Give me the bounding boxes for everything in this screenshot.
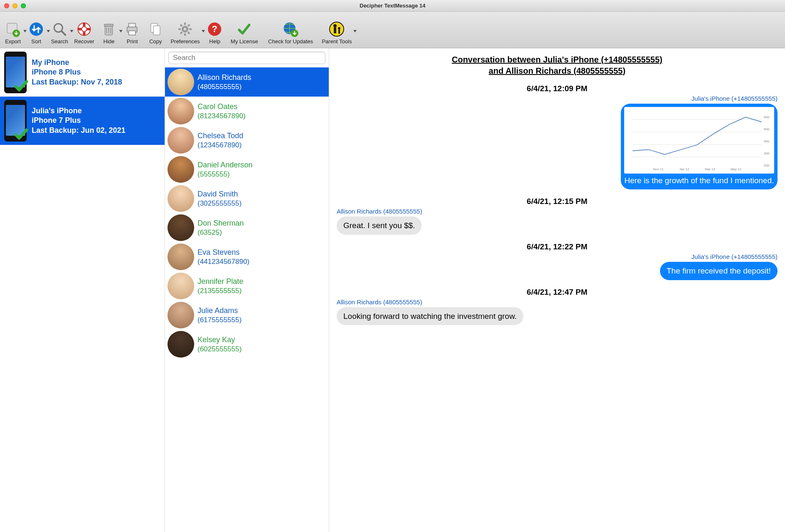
close-window-button[interactable] bbox=[4, 3, 9, 8]
svg-rect-13 bbox=[129, 23, 135, 27]
svg-line-4 bbox=[62, 31, 65, 35]
contact-name: Don Sherman bbox=[198, 219, 244, 228]
contact-name: Julie Adams bbox=[198, 306, 242, 315]
svg-text:200: 200 bbox=[764, 164, 770, 167]
contact-item[interactable]: Kelsey Kay (6025555555) bbox=[165, 330, 329, 359]
license-label: My License bbox=[231, 38, 258, 45]
updates-button[interactable]: Check for Updates bbox=[263, 20, 318, 45]
contact-name: Jennifer Plate bbox=[198, 277, 243, 286]
svg-point-26 bbox=[184, 28, 186, 30]
device-info: My iPhone iPhone 8 Plus Last Backup: Nov… bbox=[32, 58, 122, 87]
contact-item[interactable]: Carol Oates (81234567890) bbox=[165, 97, 329, 126]
contact-item[interactable]: Don Sherman (63525) bbox=[165, 213, 329, 242]
hide-label: Hide bbox=[103, 38, 115, 45]
contact-item[interactable]: Julie Adams (6175555555) bbox=[165, 301, 329, 330]
message-bubble-sent[interactable]: The firm received the deposit! bbox=[660, 262, 778, 280]
contact-name: Chelsea Todd bbox=[198, 132, 243, 140]
export-button[interactable]: Export bbox=[2, 20, 23, 45]
contact-search-input[interactable] bbox=[168, 52, 325, 64]
export-icon bbox=[5, 21, 21, 37]
message-caption: Here is the growth of the fund I mention… bbox=[624, 176, 774, 185]
contact-item[interactable]: Eva Stevens (441234567890) bbox=[165, 242, 329, 271]
avatar bbox=[168, 156, 194, 183]
help-icon: ? bbox=[206, 21, 223, 37]
conversation-title: Conversation between Julia's iPhone (+14… bbox=[337, 54, 778, 77]
parent-tools-button[interactable]: Parent Tools bbox=[320, 20, 353, 45]
zoom-window-button[interactable] bbox=[21, 3, 26, 8]
device-model: iPhone 7 Plus bbox=[32, 116, 125, 125]
contact-item[interactable]: Allison Richards (4805555555) bbox=[165, 67, 329, 97]
svg-rect-36 bbox=[624, 107, 774, 174]
message-bubble-image[interactable]: 200300400500600 Nov 11Jan 12Mar 12May 12… bbox=[621, 104, 778, 189]
contact-list: Allison Richards (4805555555) Carol Oate… bbox=[165, 67, 329, 359]
help-button[interactable]: ? Help bbox=[204, 20, 225, 45]
printer-icon bbox=[124, 21, 140, 37]
avatar bbox=[168, 331, 194, 358]
contact-item[interactable]: David Smith (3025555555) bbox=[165, 184, 329, 213]
print-button[interactable]: Print bbox=[122, 20, 142, 45]
device-item-my-iphone[interactable]: My iPhone iPhone 8 Plus Last Backup: Nov… bbox=[0, 48, 165, 97]
trash-icon bbox=[100, 21, 117, 37]
svg-rect-33 bbox=[334, 27, 336, 33]
contact-name: Eva Stevens bbox=[198, 248, 250, 257]
svg-text:400: 400 bbox=[764, 139, 770, 143]
sort-label: Sort bbox=[31, 38, 41, 45]
contact-item[interactable]: Jennifer Plate (2135555555) bbox=[165, 271, 329, 301]
svg-text:600: 600 bbox=[764, 115, 770, 119]
contact-phone: (2135555555) bbox=[198, 287, 243, 295]
message-sender: Julia's iPhone (+14805555555) bbox=[337, 95, 778, 102]
message-sender: Julia's iPhone (+14805555555) bbox=[337, 253, 778, 260]
svg-text:Nov 11: Nov 11 bbox=[653, 167, 664, 171]
device-model: iPhone 8 Plus bbox=[32, 67, 122, 77]
svg-text:Mar 12: Mar 12 bbox=[705, 167, 715, 171]
svg-line-23 bbox=[188, 32, 190, 34]
contact-item[interactable]: Daniel Anderson (5555555) bbox=[165, 155, 329, 184]
contact-panel: Allison Richards (4805555555) Carol Oate… bbox=[165, 48, 329, 532]
svg-rect-8 bbox=[104, 24, 113, 26]
timestamp: 6/4/21, 12:47 PM bbox=[337, 288, 778, 297]
sort-button[interactable]: Sort bbox=[26, 20, 47, 45]
svg-text:May 12: May 12 bbox=[730, 167, 742, 171]
globe-download-icon bbox=[282, 21, 299, 37]
contact-phone: (6025555555) bbox=[198, 345, 242, 353]
print-label: Print bbox=[127, 38, 138, 45]
contact-phone: (4805555555) bbox=[198, 83, 251, 91]
phone-icon bbox=[4, 100, 27, 142]
contact-phone: (81234567890) bbox=[198, 112, 245, 120]
svg-rect-35 bbox=[338, 30, 340, 34]
contact-item[interactable]: Chelsea Todd (1234567890) bbox=[165, 126, 329, 155]
preferences-button[interactable]: Preferences bbox=[168, 20, 202, 45]
contact-name: Daniel Anderson bbox=[198, 161, 252, 169]
message-sender: Allison Richards (4805555555) bbox=[337, 208, 778, 215]
contact-phone: (1234567890) bbox=[198, 141, 243, 149]
license-button[interactable]: My License bbox=[228, 20, 261, 45]
export-label: Export bbox=[5, 38, 21, 45]
search-wrap bbox=[165, 48, 329, 67]
copy-label: Copy bbox=[149, 38, 162, 45]
chevron-down-icon bbox=[353, 30, 357, 32]
timestamp: 6/4/21, 12:22 PM bbox=[337, 242, 778, 251]
copy-button[interactable]: Copy bbox=[145, 20, 166, 45]
message-bubble-received[interactable]: Looking forward to watching the investme… bbox=[337, 307, 523, 326]
chart-image: 200300400500600 Nov 11Jan 12Mar 12May 12 bbox=[624, 107, 774, 174]
avatar bbox=[168, 244, 194, 270]
device-item-julias-iphone[interactable]: Julia's iPhone iPhone 7 Plus Last Backup… bbox=[0, 97, 165, 145]
svg-text:500: 500 bbox=[764, 127, 770, 131]
contact-phone: (5555555) bbox=[198, 170, 252, 179]
updates-label: Check for Updates bbox=[268, 38, 313, 45]
svg-text:300: 300 bbox=[764, 152, 770, 155]
search-button[interactable]: Search bbox=[49, 20, 70, 45]
conversation-panel: Conversation between Julia's iPhone (+14… bbox=[329, 48, 785, 532]
device-list: My iPhone iPhone 8 Plus Last Backup: Nov… bbox=[0, 48, 165, 532]
minimize-window-button[interactable] bbox=[12, 3, 18, 8]
magnifier-icon bbox=[51, 21, 68, 37]
device-name: My iPhone bbox=[32, 58, 122, 67]
hide-button[interactable]: Hide bbox=[98, 20, 119, 45]
svg-text:?: ? bbox=[212, 24, 218, 34]
message-bubble-received[interactable]: Great. I sent you $$. bbox=[337, 216, 422, 235]
recover-button[interactable]: Recover bbox=[72, 20, 96, 45]
device-name: Julia's iPhone bbox=[32, 106, 125, 116]
parent-tools-label: Parent Tools bbox=[322, 38, 352, 45]
contact-name: Carol Oates bbox=[198, 102, 245, 111]
avatar bbox=[168, 185, 194, 212]
